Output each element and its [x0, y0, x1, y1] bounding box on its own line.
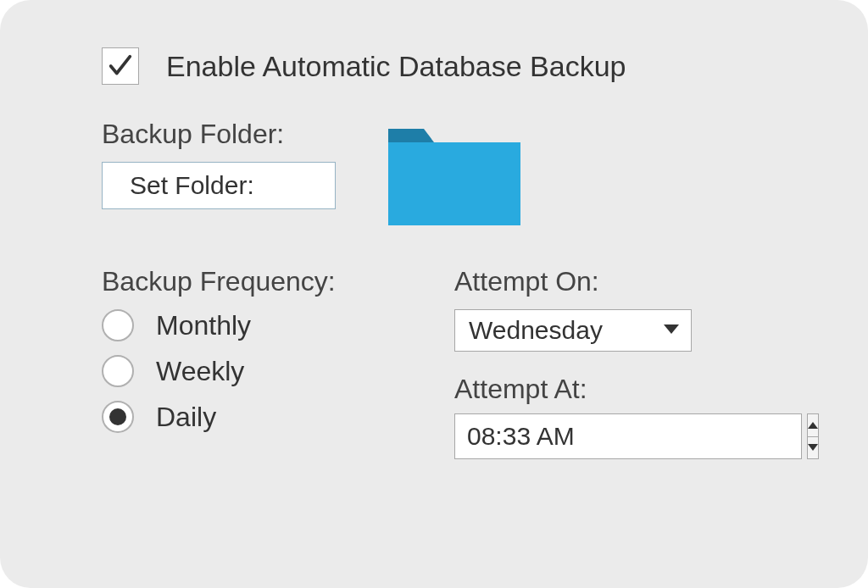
chevron-down-icon [664, 323, 679, 338]
frequency-radio-group: Monthly Weekly Daily [102, 309, 373, 433]
folder-icon [381, 119, 527, 232]
frequency-column: Backup Frequency: Monthly Weekly Daily [102, 266, 373, 459]
radio-label-daily: Daily [156, 402, 216, 433]
backup-settings-panel: Enable Automatic Database Backup Backup … [0, 0, 868, 588]
radio-label-monthly: Monthly [156, 310, 251, 341]
frequency-option-daily[interactable]: Daily [102, 401, 373, 433]
attempt-on-select[interactable]: Wednesday [454, 309, 692, 352]
triangle-up-icon [808, 422, 818, 429]
backup-folder-label: Backup Folder: [102, 119, 336, 150]
spinner-down-button[interactable] [807, 436, 819, 460]
attempt-at-spinner [454, 413, 671, 459]
enable-backup-checkbox[interactable] [102, 47, 139, 85]
frequency-label: Backup Frequency: [102, 266, 373, 297]
attempt-on-label: Attempt On: [454, 266, 766, 297]
attempt-at-input[interactable] [454, 413, 802, 459]
attempt-at-label: Attempt At: [454, 374, 766, 405]
check-icon [106, 52, 135, 80]
spinner-up-button[interactable] [807, 413, 819, 436]
triangle-down-icon [808, 444, 818, 451]
frequency-option-monthly[interactable]: Monthly [102, 309, 373, 341]
attempt-column: Attempt On: Wednesday Attempt At: [454, 266, 766, 459]
radio-daily[interactable] [102, 401, 134, 433]
radio-label-weekly: Weekly [156, 356, 244, 387]
attempt-on-value: Wednesday [469, 316, 603, 345]
set-folder-button[interactable]: Set Folder: [102, 162, 336, 209]
radio-weekly[interactable] [102, 355, 134, 387]
svg-rect-0 [388, 142, 520, 225]
enable-backup-row: Enable Automatic Database Backup [102, 47, 766, 85]
enable-backup-label: Enable Automatic Database Backup [166, 50, 626, 83]
frequency-option-weekly[interactable]: Weekly [102, 355, 373, 387]
backup-folder-section: Backup Folder: Set Folder: [102, 119, 766, 232]
radio-monthly[interactable] [102, 309, 134, 341]
